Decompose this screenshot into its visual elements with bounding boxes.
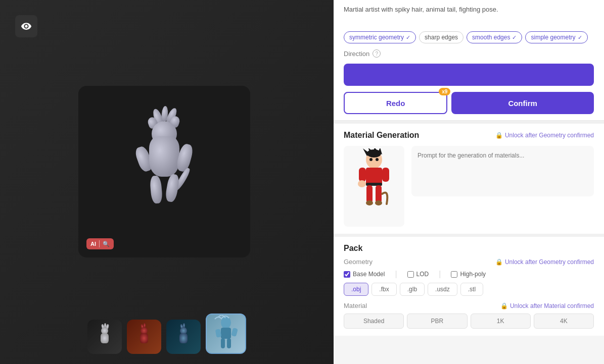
svg-rect-2 <box>215 329 222 337</box>
pack-title: Pack <box>344 244 594 253</box>
format-usdz-button[interactable]: .usdz <box>428 283 457 296</box>
ai-label: AI <box>90 241 96 247</box>
svg-rect-3 <box>231 327 238 336</box>
thumbnail-1[interactable] <box>87 320 122 354</box>
svg-rect-17 <box>382 168 389 182</box>
material-lock-text: Unlock after Geometry confirmed <box>505 132 594 139</box>
model-viewport: AI 🔍 <box>78 86 250 257</box>
shading-shaded-button[interactable]: Shaded <box>344 314 404 329</box>
svg-rect-5 <box>227 338 231 348</box>
thumbnail-4-figure <box>211 315 241 353</box>
thumbnail-4-selected[interactable] <box>206 314 246 354</box>
svg-point-21 <box>366 200 373 205</box>
lod-checkbox[interactable]: LOD <box>407 271 429 278</box>
tag-label: simple geometry <box>531 34 575 41</box>
svg-point-0 <box>221 317 231 329</box>
base-model-checkbox[interactable]: Base Model <box>344 271 385 278</box>
svg-rect-1 <box>221 328 231 339</box>
geometry-row-header: Geometry 🔒 Unlock after Geometry confirm… <box>344 258 594 266</box>
svg-point-18 <box>358 180 366 187</box>
format-fbx-button[interactable]: .fbx <box>371 283 396 296</box>
geometry-label: Geometry <box>344 258 373 266</box>
confirm-button[interactable]: Confirm <box>451 92 594 114</box>
separator-1: | <box>393 270 399 279</box>
format-buttons-row: .obj .fbx .glb .usdz .stl <box>344 283 594 296</box>
tag-label: symmetric geometry <box>349 34 404 41</box>
prompt-text: Martial artist with spiky hair, animal t… <box>344 5 594 25</box>
tag-label: smooth edges <box>472 34 510 41</box>
tag-sharp-edges[interactable]: sharp edges <box>419 31 463 43</box>
material-pack-lock-text: Unlock after Material confirmed <box>510 302 594 309</box>
tag-simple-geometry[interactable]: simple geometry ✓ <box>525 31 587 43</box>
shading-buttons-row: Shaded PBR 1K 4K <box>344 314 594 329</box>
base-model-input[interactable] <box>344 271 350 278</box>
direction-bar[interactable] <box>344 64 594 86</box>
viewport-panel: AI 🔍 <box>0 0 334 364</box>
material-pack-unlock-link[interactable]: 🔒 Unlock after Material confirmed <box>500 302 594 309</box>
shading-1k-button[interactable]: 1K <box>471 314 531 329</box>
right-panel: Martial artist with spiky hair, animal t… <box>334 0 604 364</box>
tag-check: ✓ <box>512 34 517 41</box>
svg-rect-14 <box>366 168 382 185</box>
reference-image <box>344 146 404 227</box>
tag-check: ✓ <box>578 34 582 41</box>
material-section-title: Material Generation <box>344 131 419 140</box>
lod-input[interactable] <box>407 271 414 278</box>
svg-rect-19 <box>366 185 373 203</box>
material-pack-lock-icon: 🔒 <box>500 302 508 309</box>
svg-rect-4 <box>221 338 225 348</box>
svg-point-13 <box>376 158 379 161</box>
geometry-lock-text: Unlock after Geometry confirmed <box>505 258 594 266</box>
lod-label: LOD <box>416 271 429 278</box>
format-stl-button[interactable]: .stl <box>460 283 483 296</box>
3d-model-figure <box>114 106 215 237</box>
material-row-header: Material 🔒 Unlock after Material confirm… <box>344 302 594 309</box>
format-glb-button[interactable]: .glb <box>400 283 425 296</box>
eye-icon <box>21 21 32 32</box>
material-generation-section: Material Generation 🔒 Unlock after Geome… <box>334 121 604 234</box>
redo-button[interactable]: Redo x9 <box>344 92 447 114</box>
svg-point-12 <box>369 158 373 161</box>
geometry-lock-icon: 🔒 <box>495 258 503 266</box>
fighter-svg <box>349 148 399 224</box>
lock-icon: 🔒 <box>495 132 503 139</box>
direction-help-icon[interactable]: ? <box>373 49 381 58</box>
format-obj-button[interactable]: .obj <box>344 283 368 296</box>
badge-divider <box>99 240 100 247</box>
high-poly-label: High-poly <box>460 271 486 278</box>
redo-badge: x9 <box>439 88 450 95</box>
material-section-header: Material Generation 🔒 Unlock after Geome… <box>344 131 594 140</box>
ai-search-badge[interactable]: AI 🔍 <box>86 238 114 249</box>
tag-label: sharp edges <box>425 34 458 41</box>
geometry-unlock-link[interactable]: 🔒 Unlock after Geometry confirmed <box>495 258 594 266</box>
svg-rect-16 <box>359 168 366 182</box>
high-poly-input[interactable] <box>451 271 457 278</box>
prompt-section: Martial artist with spiky hair, animal t… <box>334 0 604 121</box>
thumbnails-row <box>87 314 246 354</box>
eye-toggle-button[interactable] <box>15 15 37 37</box>
search-icon: 🔍 <box>103 241 110 247</box>
shading-4k-button[interactable]: 4K <box>534 314 594 329</box>
tag-smooth-edges[interactable]: smooth edges ✓ <box>467 31 522 43</box>
checkboxes-row: Base Model | LOD | High-poly <box>344 270 594 279</box>
svg-rect-15 <box>366 183 382 186</box>
pack-section: Pack Geometry 🔒 Unlock after Geometry co… <box>334 234 604 336</box>
svg-rect-20 <box>376 185 382 203</box>
shading-pbr-button[interactable]: PBR <box>407 314 467 329</box>
thumbnail-3[interactable] <box>166 320 201 354</box>
tag-check: ✓ <box>406 34 410 41</box>
material-unlock-link[interactable]: 🔒 Unlock after Geometry confirmed <box>495 132 594 139</box>
direction-label: Direction <box>344 50 369 58</box>
tags-row: symmetric geometry ✓ sharp edges smooth … <box>344 31 594 43</box>
material-content <box>344 146 594 227</box>
tag-symmetric-geometry[interactable]: symmetric geometry ✓ <box>344 31 416 43</box>
direction-row: Direction ? <box>344 49 594 58</box>
thumbnail-2[interactable] <box>127 320 161 354</box>
action-buttons: Redo x9 Confirm <box>344 92 594 114</box>
material-prompt-input[interactable] <box>411 146 594 196</box>
high-poly-checkbox[interactable]: High-poly <box>451 271 486 278</box>
redo-label: Redo <box>386 99 405 108</box>
separator-2: | <box>437 270 443 279</box>
svg-point-22 <box>375 200 382 205</box>
base-model-label: Base Model <box>353 271 385 278</box>
